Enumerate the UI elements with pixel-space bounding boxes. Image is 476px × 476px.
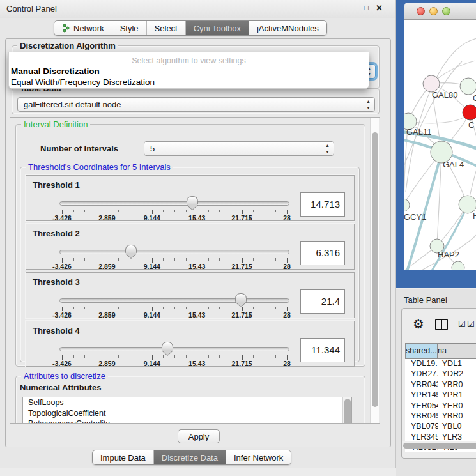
threshold-3-label: Threshold 3 bbox=[33, 277, 80, 287]
cyni-toolbox-panel: Discretization Algorithm ▲▼ Table Data g… bbox=[5, 38, 391, 447]
popup-option-manual-discretization[interactable]: Manual Discretization bbox=[11, 66, 100, 76]
node-label-c: C bbox=[468, 120, 474, 130]
table-panel-title: Table Panel bbox=[404, 295, 447, 305]
close-traffic-light-icon[interactable] bbox=[417, 7, 425, 15]
tab-style[interactable]: Style bbox=[112, 21, 147, 35]
tab-jactivemnodules-label: jActiveMNodules bbox=[257, 24, 319, 33]
table-data-value: galFiltered.sif default node bbox=[24, 100, 121, 109]
node-label-gal80: GAL80 bbox=[432, 90, 457, 100]
tab-discretize-data[interactable]: Discretize Data bbox=[154, 450, 226, 464]
control-panel-titlebar: Control Panel □ ✕ bbox=[0, 0, 395, 18]
tick-marks bbox=[62, 307, 287, 311]
list-item[interactable]: TopologicalCoefficient bbox=[23, 408, 351, 419]
attributes-groupbox: Attributes to discretize Numerical Attri… bbox=[15, 376, 365, 424]
tab-impute-data[interactable]: Impute Data bbox=[93, 450, 154, 464]
node-red-selected[interactable] bbox=[463, 105, 476, 120]
node-label-ga: GA bbox=[473, 93, 476, 103]
float-window-icon[interactable]: □ bbox=[364, 3, 369, 12]
slider-track[interactable] bbox=[59, 201, 289, 206]
list-item[interactable]: BetweennessCentrality bbox=[23, 418, 351, 424]
slider-track[interactable] bbox=[59, 250, 289, 254]
checkbox-icon[interactable]: ☑ bbox=[458, 319, 466, 329]
slider-track[interactable] bbox=[59, 298, 289, 303]
node-table: shared... na YDL19...YDL1 YDR27...YDR2 Y… bbox=[405, 343, 476, 452]
table-data-combobox[interactable]: galFiltered.sif default node ▲▼ bbox=[17, 97, 375, 112]
slider-track[interactable] bbox=[59, 347, 289, 351]
column-header-shared-name[interactable]: shared... bbox=[406, 344, 438, 358]
tab-cyni-toolbox[interactable]: Cyni Toolbox bbox=[186, 21, 249, 35]
table-row[interactable]: YBR043CYBR0 bbox=[405, 380, 476, 390]
tab-select[interactable]: Select bbox=[147, 21, 186, 35]
table-row[interactable]: YER054CYER0 bbox=[405, 401, 476, 411]
threshold-4-value-field[interactable]: 11.344 bbox=[300, 338, 345, 362]
split-pane-icon[interactable] bbox=[435, 319, 448, 330]
slider-thumb[interactable] bbox=[125, 245, 137, 258]
node-gcy1[interactable] bbox=[404, 199, 410, 211]
column-header-name[interactable]: na bbox=[438, 344, 476, 358]
table-data-groupbox: Table Data galFiltered.sif default node … bbox=[12, 88, 380, 114]
tick-marks bbox=[62, 210, 287, 214]
tab-network[interactable]: Network bbox=[54, 21, 112, 35]
settings-scrollbar-thumb[interactable] bbox=[372, 132, 378, 407]
checkbox-icon[interactable]: ☑ bbox=[467, 319, 475, 329]
settings-scrollbar[interactable] bbox=[370, 118, 379, 424]
num-intervals-combobox[interactable]: 5 ▲▼ bbox=[144, 141, 334, 156]
table-row[interactable]: YBL079WYBL0 bbox=[405, 422, 476, 432]
num-intervals-value: 5 bbox=[150, 144, 155, 153]
minimize-traffic-light-icon[interactable] bbox=[429, 7, 438, 15]
table-header-row: shared... na bbox=[405, 343, 476, 359]
threshold-1-value-field[interactable]: 14.713 bbox=[300, 192, 345, 217]
table-row[interactable]: YDR27...YDR2 bbox=[405, 369, 476, 380]
network-window: GAL80 GA C GAL11 GAL4 GCY1 H HAP2 bbox=[396, 0, 476, 288]
tab-infer-network-label: Infer Network bbox=[234, 453, 283, 463]
tab-select-label: Select bbox=[155, 24, 178, 33]
popup-option-equal-width-frequency[interactable]: Equal Width/Frequency Discretization bbox=[11, 77, 155, 87]
table-row[interactable]: YBR045CYBR0 bbox=[405, 411, 476, 422]
tick-marks bbox=[62, 355, 287, 360]
numerical-attributes-list[interactable]: SelfLoops TopologicalCoefficient Between… bbox=[22, 397, 352, 424]
table-row[interactable]: YDL19...YDL1 bbox=[405, 359, 476, 369]
tab-infer-network[interactable]: Infer Network bbox=[226, 450, 291, 464]
table-panel: Table Panel ⚙ ☑ ☑ shared... na YDL19...Y… bbox=[396, 289, 476, 476]
list-scrollbar-thumb[interactable] bbox=[344, 399, 351, 424]
threshold-3-slider[interactable]: -3.426 2.859 9.144 15.43 21.715 28 bbox=[59, 297, 289, 319]
tick-labels: -3.426 2.859 9.144 15.43 21.715 28 bbox=[62, 214, 287, 222]
threshold-4-slider[interactable]: -3.426 2.859 9.144 15.43 21.715 28 bbox=[59, 346, 289, 367]
node-label-gcy1: GCY1 bbox=[404, 212, 426, 222]
threshold-2-value-field[interactable]: 6.316 bbox=[300, 241, 345, 265]
threshold-1-slider[interactable]: -3.426 2.859 9.144 15.43 21.715 28 bbox=[59, 200, 289, 222]
table-row[interactable]: YPR145WYPR1 bbox=[405, 390, 476, 401]
tab-network-label: Network bbox=[73, 24, 104, 33]
node-top-right[interactable] bbox=[460, 78, 476, 95]
table-horizontal-scrollbar[interactable] bbox=[402, 441, 476, 449]
table-horizontal-scrollbar-thumb[interactable] bbox=[403, 443, 476, 449]
apply-button[interactable]: Apply bbox=[178, 429, 220, 443]
tab-style-label: Style bbox=[120, 24, 139, 33]
top-tab-bar: Network Style Select Cyni Toolbox jActiv… bbox=[54, 20, 327, 36]
threshold-2-label: Threshold 2 bbox=[33, 229, 80, 238]
slider-thumb[interactable] bbox=[162, 342, 173, 355]
tab-impute-data-label: Impute Data bbox=[100, 453, 146, 463]
node-label-hap2: HAP2 bbox=[438, 250, 459, 259]
slider-thumb[interactable] bbox=[235, 293, 247, 307]
zoom-traffic-light-icon[interactable] bbox=[442, 7, 450, 15]
algorithm-group-title: Discretization Algorithm bbox=[17, 41, 118, 50]
network-canvas[interactable]: GAL80 GA C GAL11 GAL4 GCY1 H HAP2 bbox=[404, 20, 476, 270]
thresholds-groupbox: Threshold's Coordinates for 5 Intervals … bbox=[20, 167, 360, 362]
tick-labels: -3.426 2.859 9.144 15.43 21.715 28 bbox=[62, 360, 287, 367]
slider-thumb[interactable] bbox=[187, 196, 198, 210]
threshold-4-label: Threshold 4 bbox=[33, 326, 80, 335]
tab-cyni-toolbox-label: Cyni Toolbox bbox=[194, 24, 241, 33]
network-window-titlebar[interactable] bbox=[404, 3, 476, 20]
gear-icon[interactable]: ⚙ bbox=[413, 316, 424, 332]
threshold-3-value-field[interactable]: 21.4 bbox=[300, 289, 345, 314]
list-item[interactable]: SelfLoops bbox=[23, 397, 351, 408]
tab-discretize-data-label: Discretize Data bbox=[162, 453, 218, 463]
threshold-2-slider[interactable]: -3.426 2.859 9.144 15.43 21.715 28 bbox=[59, 249, 289, 270]
list-scrollbar[interactable] bbox=[342, 397, 351, 424]
close-icon[interactable]: ✕ bbox=[376, 3, 383, 13]
num-intervals-label: Number of Intervals bbox=[40, 144, 118, 153]
interval-definition-groupbox: Interval Definition Number of Intervals … bbox=[15, 124, 365, 367]
tab-jactivemnodules[interactable]: jActiveMNodules bbox=[249, 21, 326, 35]
node-label-gal4: GAL4 bbox=[443, 160, 464, 169]
